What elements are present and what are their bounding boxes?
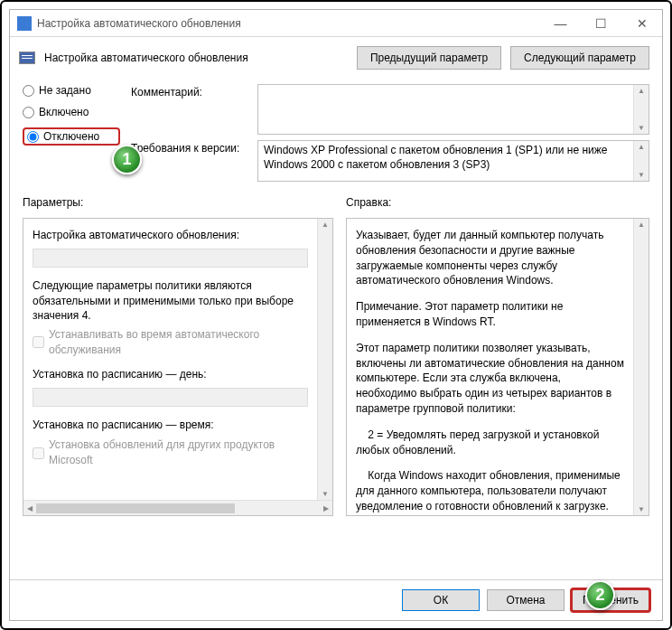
requirements-text: Windows XP Professional с пакетом обновл… (258, 141, 633, 181)
requirements-scrollbar[interactable]: ▲▼ (633, 141, 649, 181)
schedule-day-label: Установка по расписанию — день: (33, 367, 308, 382)
radio-disabled[interactable]: Отключено (23, 127, 120, 146)
callout-badge-1: 1 (112, 145, 142, 174)
callout-badge-2: 2 (585, 580, 615, 610)
help-text: Указывает, будет ли данный компьютер пол… (347, 219, 633, 515)
other-products-checkbox[interactable] (33, 447, 44, 459)
help-p4: 2 = Уведомлять перед загрузкой и установ… (356, 428, 624, 458)
help-vscrollbar[interactable]: ▲▼ (633, 219, 649, 515)
schedule-day-combo[interactable] (33, 388, 308, 407)
radio-enabled-label: Включено (39, 106, 89, 118)
radio-disabled-input[interactable] (27, 131, 39, 143)
page-title: Настройка автоматического обновления (44, 52, 248, 64)
prev-setting-button[interactable]: Предыдущий параметр (357, 46, 501, 70)
radio-not-configured-label: Не задано (39, 84, 91, 97)
schedule-time-label: Установка по расписанию — время: (33, 418, 308, 433)
settings-list-icon (19, 52, 35, 64)
comment-scrollbar[interactable]: ▲▼ (633, 85, 649, 134)
titlebar: Настройка автоматического обновления — ☐… (10, 10, 662, 37)
next-setting-button[interactable]: Следующий параметр (510, 46, 649, 70)
maintenance-checkbox-label: Устанавливать во время автоматического о… (49, 327, 308, 358)
requirements-label: Требования к версии: (131, 140, 257, 182)
params-vscrollbar[interactable]: ▲▼ (317, 219, 332, 500)
params-paragraph: Следующие параметры политики являются об… (33, 278, 308, 324)
help-p3: Этот параметр политики позволяет указыва… (356, 341, 624, 417)
help-p2: Примечание. Этот параметр политики не пр… (356, 299, 624, 330)
params-config-label: Настройка автоматического обновления: (33, 228, 308, 243)
help-p5: Когда Windows находит обновления, примен… (356, 468, 624, 515)
radio-not-configured[interactable]: Не задано (23, 84, 120, 97)
ok-button[interactable]: ОК (402, 589, 480, 611)
radio-not-configured-input[interactable] (23, 85, 34, 97)
policy-icon (17, 16, 32, 31)
comment-textarea[interactable] (258, 85, 633, 134)
other-products-checkbox-label: Установка обновлений для других продукто… (49, 437, 308, 468)
radio-disabled-label: Отключено (43, 130, 99, 143)
radio-enabled[interactable]: Включено (23, 106, 120, 118)
help-heading: Справка: (346, 196, 649, 209)
params-hscrollbar[interactable]: ◀▶ (23, 500, 332, 515)
minimize-button[interactable]: — (540, 10, 581, 37)
comment-label: Комментарий: (131, 84, 257, 135)
parameters-heading: Параметры: (23, 196, 333, 209)
help-p1: Указывает, будет ли данный компьютер пол… (356, 228, 624, 288)
maintenance-checkbox[interactable] (33, 336, 44, 348)
params-config-combo[interactable] (33, 249, 308, 268)
window-title: Настройка автоматического обновления (37, 17, 540, 30)
close-button[interactable]: ✕ (621, 10, 662, 37)
radio-enabled-input[interactable] (23, 107, 34, 118)
maximize-button[interactable]: ☐ (581, 10, 621, 37)
cancel-button[interactable]: Отмена (487, 589, 565, 611)
